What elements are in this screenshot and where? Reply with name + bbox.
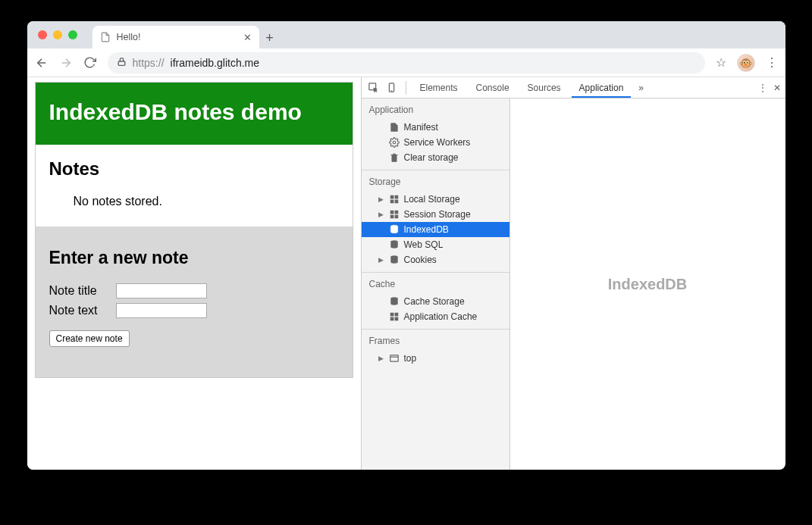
sidebar-group-application: Application Manifest Service Workers <box>362 98 509 170</box>
database-icon <box>389 296 400 307</box>
svg-rect-20 <box>394 313 398 317</box>
bookmark-icon[interactable]: ☆ <box>716 55 726 70</box>
sidebar-item-indexeddb[interactable]: IndexedDB <box>362 222 509 237</box>
database-icon <box>389 239 400 250</box>
device-toolbar-icon[interactable] <box>384 80 400 95</box>
sidebar-group-cache: Cache Cache Storage Application Cache <box>362 273 509 330</box>
devtools-tab-elements[interactable]: Elements <box>412 78 466 98</box>
document-icon <box>100 32 111 42</box>
devtools-main-panel: IndexedDB <box>510 98 785 470</box>
svg-rect-2 <box>118 61 125 64</box>
group-title-storage: Storage <box>362 175 509 192</box>
svg-rect-14 <box>394 215 398 219</box>
url-host: iframeidb.glitch.me <box>171 57 260 69</box>
devtools-sidebar: Application Manifest Service Workers <box>362 98 510 470</box>
svg-rect-11 <box>390 211 393 214</box>
svg-rect-22 <box>394 317 398 321</box>
sidebar-item-cache-storage[interactable]: Cache Storage <box>362 294 509 309</box>
sidebar-item-session-storage[interactable]: ▶ Session Storage <box>362 207 509 222</box>
svg-rect-7 <box>390 195 393 199</box>
browser-tab[interactable]: Hello! ✕ <box>92 26 259 48</box>
svg-rect-23 <box>390 355 398 361</box>
minimize-window-button[interactable] <box>53 30 62 39</box>
database-icon <box>389 255 400 265</box>
form-heading: Enter a new note <box>49 248 339 268</box>
devtools-tab-sources[interactable]: Sources <box>520 78 569 98</box>
note-title-input[interactable] <box>116 283 207 298</box>
sidebar-item-local-storage[interactable]: ▶ Local Storage <box>362 192 509 207</box>
new-note-form: Enter a new note Note title Note text Cr… <box>36 227 353 377</box>
content-area: IndexedDB notes demo Notes No notes stor… <box>27 77 785 470</box>
tab-strip: Hello! ✕ + <box>27 21 785 48</box>
notes-section: Notes No notes stored. <box>36 145 353 227</box>
sidebar-item-frame-top[interactable]: ▶ top <box>362 351 509 366</box>
svg-rect-19 <box>390 313 393 317</box>
grid-icon <box>389 194 400 205</box>
svg-point-6 <box>393 141 396 144</box>
note-text-input[interactable] <box>116 303 207 318</box>
note-text-label: Note text <box>49 304 110 317</box>
svg-rect-12 <box>394 211 398 214</box>
svg-rect-10 <box>394 200 398 204</box>
document-icon <box>389 122 400 133</box>
sidebar-item-websql[interactable]: Web SQL <box>362 237 509 252</box>
note-title-label: Note title <box>49 284 110 298</box>
devtools-tab-console[interactable]: Console <box>469 78 517 98</box>
grid-icon <box>389 209 400 220</box>
browser-window: Hello! ✕ + https://iframeidb.glitch.me ☆… <box>27 21 785 470</box>
database-icon <box>389 224 400 235</box>
devtools-panel: Elements Console Sources Application » ⋮… <box>361 77 785 470</box>
frame-icon <box>389 353 400 364</box>
sidebar-group-frames: Frames ▶ top <box>362 330 509 370</box>
notes-empty-message: No notes stored. <box>49 195 339 208</box>
devtools-close-icon[interactable]: ✕ <box>773 83 781 93</box>
devtools-settings-icon[interactable]: ⋮ <box>758 83 767 93</box>
sidebar-item-manifest[interactable]: Manifest <box>362 120 509 135</box>
devtools-body: Application Manifest Service Workers <box>362 98 785 470</box>
page-header: IndexedDB notes demo <box>36 83 353 145</box>
sidebar-item-service-workers[interactable]: Service Workers <box>362 135 509 150</box>
tab-title: Hello! <box>117 32 141 42</box>
window-controls <box>33 21 92 48</box>
svg-rect-13 <box>390 215 393 219</box>
close-tab-icon[interactable]: ✕ <box>243 32 252 43</box>
devtools-more-tabs-icon[interactable]: » <box>634 83 648 93</box>
maximize-window-button[interactable] <box>68 30 77 39</box>
lock-icon <box>117 57 127 69</box>
page-card: IndexedDB notes demo Notes No notes stor… <box>35 82 353 378</box>
grid-icon <box>389 311 400 322</box>
inspect-element-icon[interactable] <box>366 80 381 95</box>
sidebar-item-application-cache[interactable]: Application Cache <box>362 309 509 324</box>
create-note-button[interactable]: Create new note <box>49 330 130 347</box>
svg-rect-9 <box>390 200 393 204</box>
svg-rect-21 <box>390 317 393 321</box>
devtools-tab-application[interactable]: Application <box>572 78 632 98</box>
profile-avatar[interactable]: 🐵 <box>737 54 755 72</box>
trash-icon <box>389 152 400 163</box>
notes-heading: Notes <box>49 158 339 180</box>
rendered-page: IndexedDB notes demo Notes No notes stor… <box>27 77 361 470</box>
gear-icon <box>389 137 400 148</box>
back-button[interactable] <box>35 56 49 70</box>
group-title-frames: Frames <box>362 334 509 351</box>
sidebar-item-cookies[interactable]: ▶ Cookies <box>362 252 509 267</box>
group-title-cache: Cache <box>362 277 509 294</box>
sidebar-item-clear-storage[interactable]: Clear storage <box>362 150 509 165</box>
browser-toolbar: https://iframeidb.glitch.me ☆ 🐵 ⋮ <box>27 48 785 77</box>
reload-button[interactable] <box>83 56 97 70</box>
address-bar[interactable]: https://iframeidb.glitch.me <box>108 52 705 73</box>
svg-rect-8 <box>394 195 398 199</box>
menu-icon[interactable]: ⋮ <box>766 55 778 70</box>
forward-button[interactable] <box>59 56 73 70</box>
url-protocol: https:// <box>133 57 165 69</box>
close-window-button[interactable] <box>38 30 47 39</box>
group-title-application: Application <box>362 103 509 120</box>
devtools-main-placeholder: IndexedDB <box>608 276 687 293</box>
sidebar-group-storage: Storage ▶ Local Storage ▶ Session Storag… <box>362 170 509 273</box>
devtools-tabstrip: Elements Console Sources Application » ⋮… <box>362 77 785 98</box>
new-tab-button[interactable]: + <box>259 27 281 48</box>
